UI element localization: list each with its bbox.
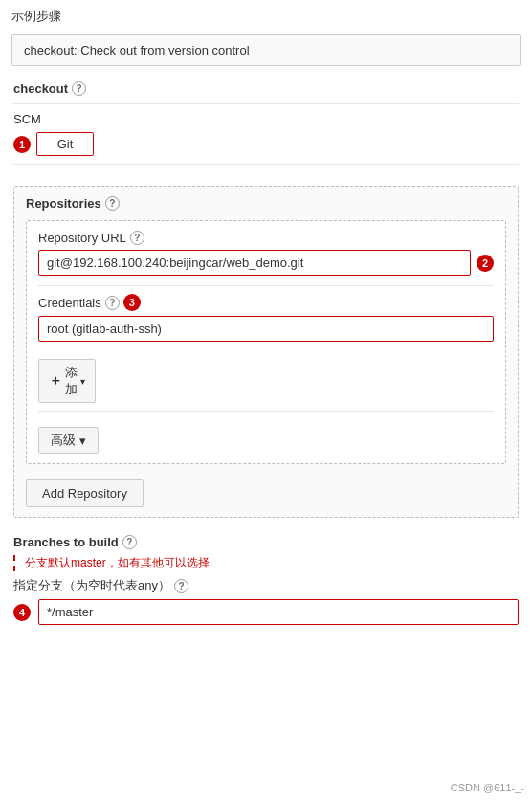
branches-header: Branches to build ? bbox=[13, 535, 519, 549]
specify-branch-label: 指定分支（为空时代表any） ? bbox=[13, 577, 519, 594]
branch-input[interactable] bbox=[38, 599, 519, 625]
specify-help-icon[interactable]: ? bbox=[174, 579, 188, 593]
add-chevron-icon: ▾ bbox=[80, 376, 85, 387]
repo-url-input[interactable] bbox=[38, 250, 471, 276]
checkout-label: checkout ? bbox=[13, 81, 519, 96]
branch-input-row: 4 bbox=[13, 599, 519, 625]
credentials-label: Credentials ? 3 bbox=[38, 294, 494, 311]
badge-1: 1 bbox=[13, 136, 31, 153]
checkout-section: checkout ? SCM 1 Git bbox=[0, 72, 532, 178]
advanced-button[interactable]: 高级 ▾ bbox=[38, 427, 99, 454]
credentials-help-icon[interactable]: ? bbox=[105, 296, 120, 310]
add-repository-label: Add Repository bbox=[42, 486, 127, 501]
advanced-chevron-icon: ▾ bbox=[79, 434, 86, 448]
watermark: CSDN @611-_- bbox=[451, 782, 524, 793]
badge-3: 3 bbox=[123, 294, 141, 311]
badge-4: 4 bbox=[13, 604, 31, 621]
advanced-label: 高级 bbox=[51, 432, 76, 449]
repositories-header: Repositories ? bbox=[26, 196, 506, 211]
step-label: checkout: Check out from version control bbox=[24, 43, 250, 57]
branches-title: Branches to build bbox=[13, 535, 119, 549]
credentials-field: Credentials ? 3 bbox=[38, 294, 494, 342]
step-box: checkout: Check out from version control bbox=[11, 34, 521, 66]
repo-url-label: Repository URL ? bbox=[38, 231, 494, 245]
repository-inner-box: Repository URL ? 2 Credentials ? 3 ＋ 添 加 bbox=[26, 220, 506, 464]
repositories-section: Repositories ? Repository URL ? 2 Creden… bbox=[13, 186, 519, 518]
page-header: 示例步骤 bbox=[0, 0, 532, 29]
branch-hint: 分支默认master，如有其他可以选择 bbox=[13, 555, 519, 571]
add-repository-button[interactable]: Add Repository bbox=[26, 479, 144, 507]
add-credentials-button[interactable]: ＋ 添 加 ▾ bbox=[38, 359, 96, 403]
add-credentials-label: 添 加 bbox=[65, 364, 78, 398]
repo-url-help-icon[interactable]: ? bbox=[130, 231, 144, 245]
scm-label: SCM bbox=[13, 112, 519, 126]
credentials-input[interactable] bbox=[38, 316, 494, 342]
repositories-help-icon[interactable]: ? bbox=[105, 196, 120, 211]
branches-section: Branches to build ? 分支默认master，如有其他可以选择 … bbox=[0, 525, 532, 631]
plus-icon: ＋ bbox=[49, 372, 62, 389]
checkout-help-icon[interactable]: ? bbox=[72, 81, 86, 96]
repo-url-field: Repository URL ? 2 bbox=[38, 231, 494, 276]
header-title: 示例步骤 bbox=[11, 9, 61, 23]
branches-help-icon[interactable]: ? bbox=[122, 535, 137, 549]
badge-2: 2 bbox=[477, 255, 494, 272]
add-credentials-row: ＋ 添 加 ▾ bbox=[38, 351, 494, 403]
git-button[interactable]: Git bbox=[36, 132, 94, 156]
